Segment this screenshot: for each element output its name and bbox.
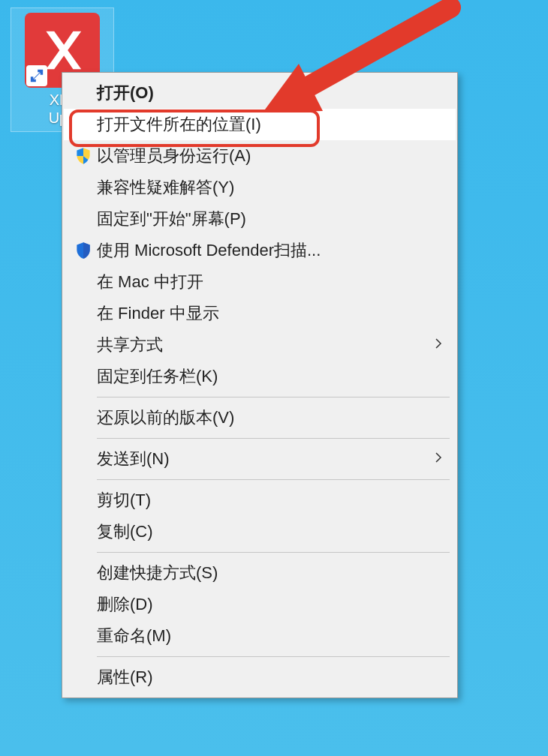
menu-run-as-admin[interactable]: 以管理员身份运行(A) [64,140,456,172]
uac-shield-icon [70,146,97,166]
menu-separator [97,656,450,657]
menu-separator [97,552,450,553]
menu-share[interactable]: 共享方式 [64,329,456,361]
menu-create-shortcut[interactable]: 创建快捷方式(S) [64,557,456,589]
menu-pin-to-taskbar[interactable]: 固定到任务栏(K) [64,361,456,392]
menu-open[interactable]: 打开(O) [64,77,456,109]
context-menu: 打开(O) 打开文件所在的位置(I) 以管理员身份运行(A) 兼容性疑难解答(Y… [62,72,458,698]
menu-show-in-finder[interactable]: 在 Finder 中显示 [64,298,456,329]
menu-separator [97,438,450,439]
menu-open-in-mac[interactable]: 在 Mac 中打开 [64,266,456,298]
menu-send-to[interactable]: 发送到(N) [64,443,456,475]
menu-rename[interactable]: 重命名(M) [64,620,456,652]
menu-compat-troubleshoot[interactable]: 兼容性疑难解答(Y) [64,172,456,203]
menu-open-file-location[interactable]: 打开文件所在的位置(I) [64,109,456,140]
menu-pin-to-start[interactable]: 固定到"开始"屏幕(P) [64,203,456,235]
menu-cut[interactable]: 剪切(T) [64,484,456,516]
chevron-right-icon [432,335,445,355]
menu-defender-scan[interactable]: 使用 Microsoft Defender扫描... [64,235,456,266]
menu-delete[interactable]: 删除(D) [64,589,456,620]
chevron-right-icon [432,449,445,469]
menu-separator [97,397,450,398]
menu-properties[interactable]: 属性(R) [64,662,456,693]
menu-restore-versions[interactable]: 还原以前的版本(V) [64,402,456,434]
menu-separator [97,479,450,480]
shortcut-arrow-icon [26,65,47,86]
defender-shield-icon [70,241,97,260]
menu-copy[interactable]: 复制(C) [64,516,456,548]
